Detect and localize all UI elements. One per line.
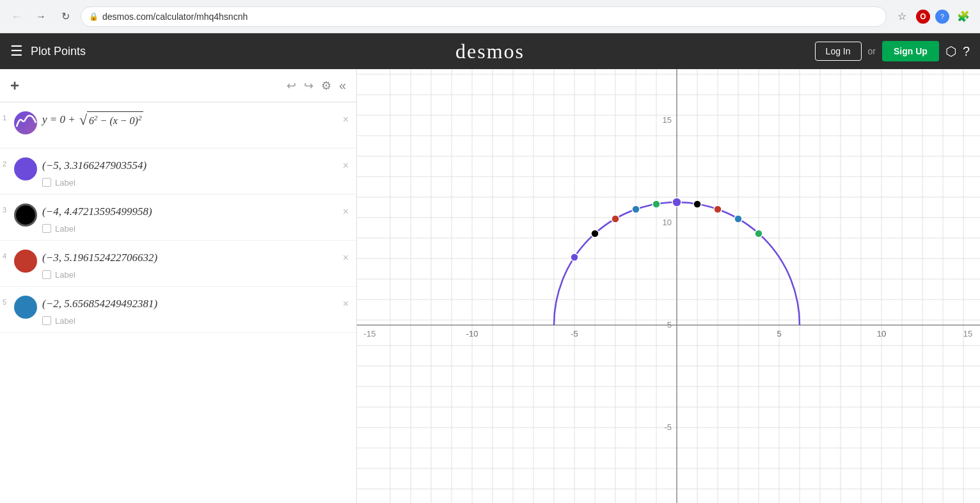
expr-delete-5[interactable]: ×: [335, 296, 356, 312]
expr-formula-2: (−5, 3.3166247903554): [42, 157, 335, 174]
label-text-3: Label: [55, 224, 75, 234]
label-checkbox-4[interactable]: [42, 270, 51, 279]
left-panel: + ↩ ↪ ⚙ « 1 y = 0 +: [0, 69, 357, 503]
expression-row-5: 5 (−2, 5.656854249492381) Label ×: [0, 287, 356, 333]
svg-text:-5: -5: [664, 422, 672, 432]
app-title: Plot Points: [31, 45, 86, 58]
login-button[interactable]: Log In: [815, 42, 862, 61]
expression-list: 1 y = 0 + √ 62 − (x − 0)2 ×: [0, 102, 356, 503]
expr-num-1: 1: [0, 109, 12, 122]
expr-label-row-5: Label: [42, 316, 335, 326]
expr-content-1[interactable]: y = 0 + √ 62 − (x − 0)2: [42, 109, 335, 129]
svg-point-70: [652, 200, 660, 208]
expr-delete-1[interactable]: ×: [335, 111, 356, 128]
svg-text:5: 5: [667, 320, 672, 330]
graph-area[interactable]: -10 -5 5 10 -15 -10 -5 5 10 15 10 15 5 -…: [357, 69, 980, 503]
svg-text:-10: -10: [466, 329, 478, 339]
expr-icon-5[interactable]: [14, 296, 37, 319]
expr-content-3[interactable]: (−4, 4.47213595499958) Label: [42, 201, 335, 234]
address-bar[interactable]: 🔒 desmos.com/calculator/mhq4hsncnh: [81, 6, 887, 27]
label-text-2: Label: [55, 178, 75, 188]
share-button[interactable]: ⬡: [945, 44, 956, 59]
collapse-button[interactable]: «: [339, 78, 346, 93]
expr-formula-1: y = 0 + √ 62 − (x − 0)2: [42, 111, 335, 129]
svg-point-66: [571, 253, 578, 261]
label-text-5: Label: [55, 316, 75, 326]
toolbar: + ↩ ↪ ⚙ «: [0, 69, 356, 102]
expr-formula-5: (−2, 5.656854249492381): [42, 296, 335, 312]
svg-point-72: [693, 200, 701, 208]
expression-row-2: 2 (−5, 3.3166247903554) Label ×: [0, 148, 356, 195]
desmos-logo: desmos: [455, 40, 525, 63]
expr-delete-4[interactable]: ×: [335, 250, 356, 266]
profile-icon: ?: [935, 10, 949, 24]
graph-svg: -10 -5 5 10 -15 -10 -5 5 10 15 10 15 5 -…: [357, 69, 980, 503]
hamburger-button[interactable]: ☰: [10, 43, 23, 60]
expression-row-1: 1 y = 0 + √ 62 − (x − 0)2 ×: [0, 102, 356, 148]
expr-label-row-2: Label: [42, 178, 335, 188]
svg-text:5: 5: [777, 329, 781, 339]
browser-bar: ← → ↻ 🔒 desmos.com/calculator/mhq4hsncnh…: [0, 0, 980, 33]
signup-button[interactable]: Sign Up: [882, 41, 939, 61]
svg-point-75: [755, 230, 763, 237]
settings-button[interactable]: ⚙: [321, 79, 331, 93]
svg-text:10: 10: [877, 329, 886, 339]
main-content: + ↩ ↪ ⚙ « 1 y = 0 +: [0, 69, 980, 503]
expr-delete-3[interactable]: ×: [335, 204, 356, 220]
expr-num-3: 3: [0, 201, 12, 214]
forward-button[interactable]: →: [32, 8, 50, 26]
expr-num-5: 5: [0, 293, 12, 306]
lock-icon: 🔒: [89, 12, 99, 21]
star-button[interactable]: ☆: [893, 8, 911, 26]
expression-row-4: 4 (−3, 5.196152422706632) Label ×: [0, 241, 356, 287]
expr-num-4: 4: [0, 247, 12, 260]
svg-point-69: [632, 205, 640, 213]
expression-row-3: 3 (−4, 4.47213595499958) Label ×: [0, 195, 356, 241]
or-text: or: [868, 46, 876, 56]
svg-point-74: [734, 215, 742, 223]
back-button[interactable]: ←: [8, 8, 26, 26]
label-text-4: Label: [55, 270, 75, 280]
svg-text:-15: -15: [364, 329, 376, 339]
label-checkbox-3[interactable]: [42, 224, 51, 233]
undo-button[interactable]: ↩: [287, 79, 296, 93]
svg-text:15: 15: [663, 115, 672, 125]
expr-icon-4[interactable]: [14, 250, 37, 273]
svg-rect-0: [357, 69, 980, 503]
app-header: ☰ Plot Points desmos Log In or Sign Up ⬡…: [0, 33, 980, 69]
reload-button[interactable]: ↻: [56, 8, 74, 26]
header-right: Log In or Sign Up ⬡ ?: [815, 41, 970, 61]
expr-icon-2[interactable]: [14, 157, 37, 180]
expr-label-row-4: Label: [42, 270, 335, 280]
expr-icon-3[interactable]: [14, 204, 37, 227]
svg-point-73: [714, 205, 722, 213]
svg-point-68: [612, 215, 619, 223]
expr-content-5[interactable]: (−2, 5.656854249492381) Label: [42, 293, 335, 326]
expr-label-row-3: Label: [42, 224, 335, 234]
svg-text:10: 10: [663, 218, 672, 227]
svg-point-71: [672, 198, 681, 207]
expr-icon-1[interactable]: [14, 111, 37, 134]
svg-point-67: [591, 230, 599, 237]
url-text: desmos.com/calculator/mhq4hsncnh: [102, 12, 878, 22]
expr-delete-2[interactable]: ×: [335, 157, 356, 174]
extensions-button[interactable]: 🧩: [954, 8, 972, 26]
add-expression-button[interactable]: +: [10, 77, 19, 95]
label-checkbox-5[interactable]: [42, 316, 51, 325]
expr-content-4[interactable]: (−3, 5.196152422706632) Label: [42, 247, 335, 280]
label-checkbox-2[interactable]: [42, 178, 51, 187]
help-button[interactable]: ?: [963, 44, 970, 59]
svg-text:-5: -5: [571, 329, 578, 339]
svg-text:15: 15: [963, 329, 972, 339]
redo-button[interactable]: ↪: [304, 79, 313, 93]
expr-content-2[interactable]: (−5, 3.3166247903554) Label: [42, 155, 335, 188]
expr-formula-3: (−4, 4.47213595499958): [42, 204, 335, 220]
browser-right-icons: ☆ O ? 🧩: [893, 8, 972, 26]
opera-icon: O: [916, 10, 930, 24]
expr-num-2: 2: [0, 155, 12, 168]
expr-formula-4: (−3, 5.196152422706632): [42, 250, 335, 266]
